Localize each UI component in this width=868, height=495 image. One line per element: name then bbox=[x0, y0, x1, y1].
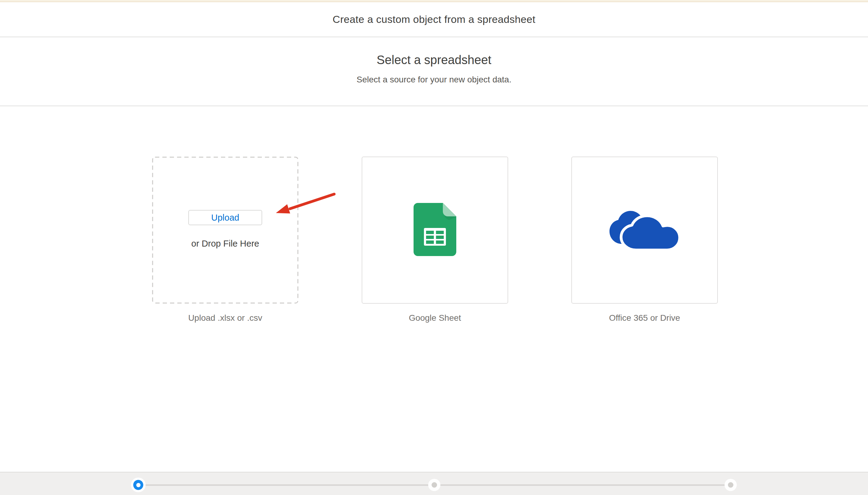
progress-step-2 bbox=[428, 479, 440, 491]
wizard-screen: Create a custom object from a spreadshee… bbox=[0, 0, 868, 495]
progress-step-1-center bbox=[136, 483, 140, 487]
office-card-caption: Office 365 or Drive bbox=[571, 313, 718, 323]
progress-step-1-ring bbox=[133, 480, 143, 490]
upload-dropzone-card[interactable]: Upload or Drop File Here bbox=[152, 156, 299, 304]
progress-step-1-active bbox=[131, 478, 146, 492]
step-subheading: Select a source for your new object data… bbox=[0, 67, 868, 85]
google-card-caption: Google Sheet bbox=[362, 313, 508, 323]
google-sheets-icon bbox=[413, 203, 456, 257]
step-intro-section: Select a spreadsheet Select a source for… bbox=[0, 37, 868, 106]
onedrive-clouds-icon bbox=[610, 209, 680, 251]
page-header: Create a custom object from a spreadshee… bbox=[0, 2, 868, 37]
page-title: Create a custom object from a spreadshee… bbox=[333, 13, 535, 25]
upload-dropzone-inner: Upload or Drop File Here bbox=[152, 156, 299, 304]
drop-file-hint: or Drop File Here bbox=[191, 239, 259, 249]
top-accent-strip bbox=[0, 0, 868, 2]
google-sheet-card[interactable] bbox=[362, 156, 508, 304]
progress-step-3 bbox=[725, 479, 737, 491]
step-heading: Select a spreadsheet bbox=[0, 37, 868, 67]
progress-step-2-center bbox=[431, 482, 437, 488]
upload-card-caption: Upload .xlsx or .csv bbox=[152, 313, 299, 323]
upload-button[interactable]: Upload bbox=[188, 210, 262, 225]
progress-step-3-center bbox=[728, 482, 733, 488]
office-365-card[interactable] bbox=[571, 156, 718, 304]
